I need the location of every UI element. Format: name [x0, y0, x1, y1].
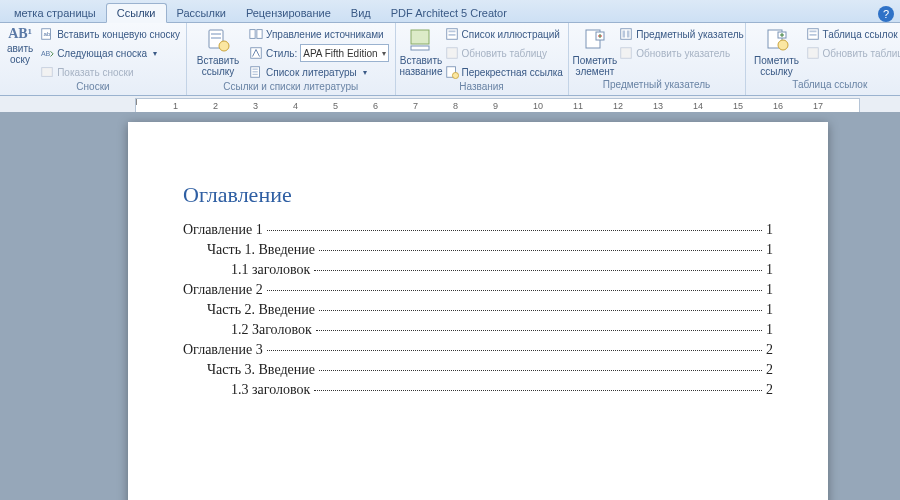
toc-entry-label: Оглавление 2 [183, 282, 263, 298]
toc-leader-dots [267, 230, 762, 231]
help-icon[interactable]: ? [878, 6, 894, 22]
update-table-button: Обновить таблицу [443, 44, 565, 62]
next-footnote-icon: AB [40, 46, 54, 60]
insert-endnote-button[interactable]: ab Вставить концевую сноску [38, 25, 182, 43]
svg-rect-19 [448, 34, 455, 36]
toc-entry-page: 1 [766, 262, 773, 278]
svg-text:ab: ab [44, 30, 51, 37]
manage-sources-button[interactable]: Управление источниками [247, 25, 391, 43]
toc-entry[interactable]: Оглавление 21 [183, 282, 773, 298]
toc-entry[interactable]: Часть 3. Введение2 [183, 362, 773, 378]
toc-title: Оглавление [183, 182, 773, 208]
tab-references[interactable]: Ссылки [106, 3, 167, 23]
svg-rect-37 [809, 31, 816, 33]
show-notes-button: Показать сноски [38, 63, 182, 81]
mark-citation-button[interactable]: Пометить ссылку [750, 25, 804, 77]
svg-rect-20 [446, 48, 457, 59]
toc-entry[interactable]: 1.1 заголовок1 [183, 262, 773, 278]
insert-footnote-button[interactable]: AB¹ авить оску [4, 25, 36, 65]
document-workspace[interactable]: Оглавление Оглавление 11Часть 1. Введени… [0, 112, 900, 500]
group-index: Пометить элемент Предметный указатель Об… [569, 23, 746, 95]
toc-entry-page: 2 [766, 382, 773, 398]
group-label: Названия [396, 81, 568, 95]
toc-leader-dots [267, 290, 762, 291]
toc-entry[interactable]: Часть 2. Введение1 [183, 302, 773, 318]
toc-entry-page: 1 [766, 222, 773, 238]
svg-rect-12 [253, 69, 258, 70]
update-auth-icon [806, 46, 820, 60]
page: Оглавление Оглавление 11Часть 1. Введени… [128, 122, 828, 500]
toc-entry-page: 1 [766, 322, 773, 338]
toc-entry[interactable]: Часть 1. Введение1 [183, 242, 773, 258]
toc-entry-page: 1 [766, 242, 773, 258]
toc-entry[interactable]: Оглавление 11 [183, 222, 773, 238]
svg-rect-13 [253, 71, 258, 72]
mark-entry-button[interactable]: Пометить элемент [573, 25, 618, 77]
svg-rect-29 [627, 31, 630, 38]
svg-text:AB: AB [41, 50, 51, 57]
toc-leader-dots [267, 350, 762, 351]
toc-entry[interactable]: Оглавление 32 [183, 342, 773, 358]
endnote-icon: ab [40, 27, 54, 41]
toc-leader-dots [316, 330, 762, 331]
svg-point-22 [452, 72, 458, 78]
group-label: Таблица ссылок [746, 79, 900, 95]
mark-entry-icon [582, 27, 608, 53]
update-authorities-button: Обновить таблицу [804, 44, 900, 62]
update-icon [445, 46, 459, 60]
toc-entry[interactable]: 1.3 заголовок2 [183, 382, 773, 398]
toc-entry-label: Оглавление 1 [183, 222, 263, 238]
group-label: Предметный указатель [569, 79, 745, 95]
cross-ref-icon [445, 65, 459, 79]
insert-index-button[interactable]: Предметный указатель [617, 25, 745, 43]
manage-sources-icon [249, 27, 263, 41]
group-label: Ссылки и списки литературы [187, 81, 395, 95]
group-footnotes: AB¹ авить оску ab Вставить концевую снос… [0, 23, 187, 95]
table-of-contents: Оглавление 11Часть 1. Введение11.1 загол… [183, 222, 773, 398]
svg-rect-15 [411, 30, 429, 44]
index-icon [619, 27, 633, 41]
cross-reference-button[interactable]: Перекрестная ссылка [443, 63, 565, 81]
update-index-button: Обновить указатель [617, 44, 745, 62]
svg-rect-8 [250, 30, 255, 39]
bibliography-icon [249, 65, 263, 79]
group-captions: Вставить название Список иллюстраций Обн… [396, 23, 569, 95]
toc-entry-page: 1 [766, 302, 773, 318]
svg-rect-30 [621, 48, 632, 59]
citation-icon [205, 27, 231, 53]
tab-page-layout[interactable]: метка страницы [4, 4, 106, 22]
toc-leader-dots [314, 390, 762, 391]
authorities-icon [806, 27, 820, 41]
ribbon-tabs: метка страницы Ссылки Рассылки Рецензиро… [0, 0, 900, 23]
update-index-icon [619, 46, 633, 60]
group-label: Сноски [0, 81, 186, 95]
svg-rect-3 [42, 68, 53, 77]
tab-mailings[interactable]: Рассылки [167, 4, 236, 22]
svg-rect-27 [621, 29, 632, 40]
svg-point-32 [778, 40, 788, 50]
group-authorities: Пометить ссылку Таблица ссылок Обновить … [746, 23, 900, 95]
tab-pdf-architect[interactable]: PDF Architect 5 Creator [381, 4, 517, 22]
citation-style-select[interactable]: Стиль: APA Fifth Edition▾ [247, 44, 391, 62]
svg-rect-5 [211, 33, 221, 35]
mark-citation-icon [764, 27, 790, 53]
table-of-figures-button[interactable]: Список иллюстраций [443, 25, 565, 43]
toc-entry-label: Часть 2. Введение [207, 302, 315, 318]
tab-view[interactable]: Вид [341, 4, 381, 22]
insert-authorities-button[interactable]: Таблица ссылок [804, 25, 900, 43]
toc-entry-page: 2 [766, 362, 773, 378]
insert-caption-button[interactable]: Вставить название [400, 25, 443, 77]
style-combo[interactable]: APA Fifth Edition▾ [300, 44, 388, 62]
toc-entry-page: 2 [766, 342, 773, 358]
group-citations: Вставить ссылку Управление источниками С… [187, 23, 396, 95]
bibliography-button[interactable]: Список литературы▾ [247, 63, 391, 81]
toc-entry[interactable]: 1.2 Заголовок1 [183, 322, 773, 338]
next-footnote-button[interactable]: AB Следующая сноска▾ [38, 44, 182, 62]
svg-rect-14 [253, 74, 258, 75]
toc-entry-label: Оглавление 3 [183, 342, 263, 358]
svg-rect-6 [211, 37, 221, 39]
insert-citation-button[interactable]: Вставить ссылку [191, 25, 245, 77]
svg-rect-28 [623, 31, 626, 38]
show-notes-icon [40, 65, 54, 79]
tab-review[interactable]: Рецензирование [236, 4, 341, 22]
